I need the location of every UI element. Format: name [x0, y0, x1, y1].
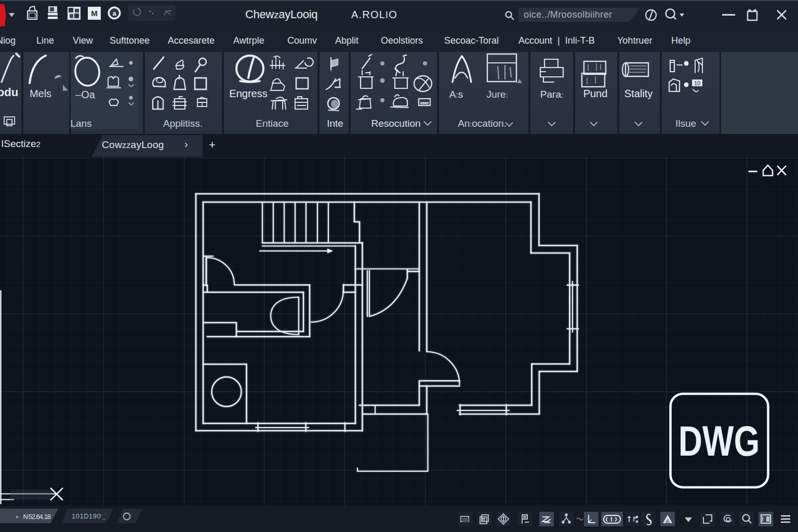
- svg-text:DWG: DWG: [679, 418, 760, 464]
- svg-text:10: 10: [694, 80, 700, 86]
- svg-text:a: a: [112, 9, 116, 17]
